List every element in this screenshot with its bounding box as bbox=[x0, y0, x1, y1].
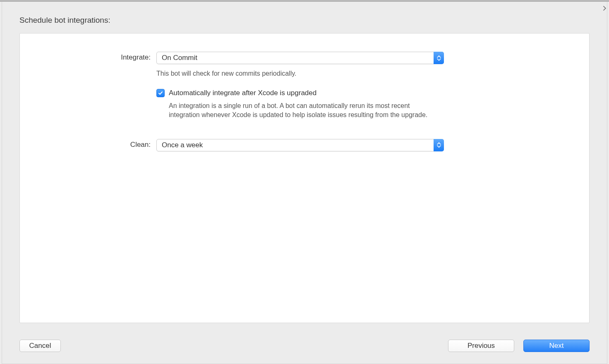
clean-row: Clean: Once a week bbox=[65, 139, 539, 151]
auto-integrate-label: Automatically integrate after Xcode is u… bbox=[169, 89, 316, 97]
next-button[interactable]: Next bbox=[523, 340, 590, 352]
clean-label: Clean: bbox=[65, 139, 156, 149]
auto-integrate-checkbox[interactable] bbox=[156, 89, 165, 97]
integrate-row: Integrate: On Commit This bot will check… bbox=[65, 52, 539, 132]
next-button-label: Next bbox=[549, 342, 564, 350]
checkmark-icon bbox=[158, 91, 163, 96]
integrate-label: Integrate: bbox=[65, 52, 156, 62]
previous-button-label: Previous bbox=[468, 342, 495, 350]
previous-button[interactable]: Previous bbox=[448, 340, 514, 352]
clean-popup[interactable]: Once a week bbox=[156, 139, 444, 151]
dialog-title: Schedule bot integrations: bbox=[19, 16, 590, 25]
content-panel: Integrate: On Commit This bot will check… bbox=[19, 33, 590, 323]
auto-integrate-checkbox-row: Automatically integrate after Xcode is u… bbox=[156, 89, 539, 97]
clean-popup-value: Once a week bbox=[162, 141, 203, 149]
schedule-dialog: Schedule bot integrations: Integrate: On… bbox=[2, 2, 607, 364]
auto-integrate-description: An integration is a single run of a bot.… bbox=[169, 101, 434, 120]
integrate-hint: This bot will check for new commits peri… bbox=[156, 70, 539, 77]
cancel-button-label: Cancel bbox=[29, 342, 51, 350]
chevron-updown-icon bbox=[434, 139, 444, 151]
integrate-popup-value: On Commit bbox=[162, 54, 197, 62]
button-bar: Cancel Previous Next bbox=[19, 340, 590, 352]
integrate-popup[interactable]: On Commit bbox=[156, 52, 444, 64]
chevron-updown-icon bbox=[434, 52, 444, 64]
chevron-right-icon bbox=[602, 5, 609, 12]
cancel-button[interactable]: Cancel bbox=[19, 340, 61, 352]
